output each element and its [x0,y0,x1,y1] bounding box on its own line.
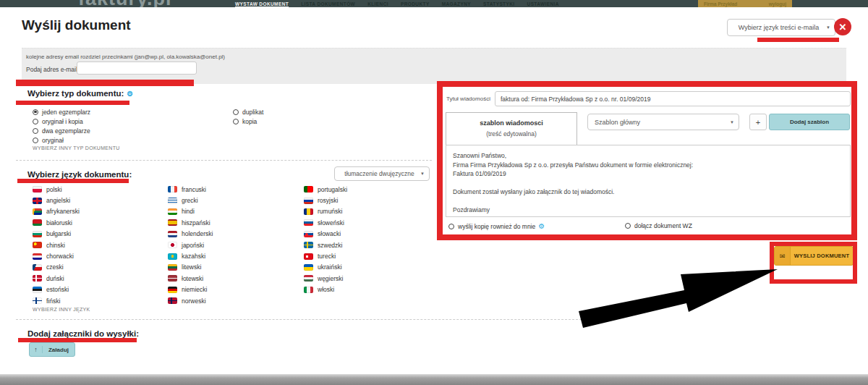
radio-option[interactable]: duplikat [233,107,263,117]
email-hint: kolejne adresy email rozdziel przecinkam… [26,54,225,60]
language-label: łotewski [182,275,203,282]
language-item[interactable]: portugalski [304,184,347,195]
email-input[interactable] [77,62,197,75]
language-item[interactable]: rumuński [304,206,347,217]
language-item[interactable]: słoweński [304,217,347,228]
language-item[interactable]: fiński [33,295,80,306]
language-item[interactable]: rosyjski [304,195,347,206]
nav-item[interactable]: PRODUKTY [401,1,430,7]
language-item[interactable]: litewski [168,262,213,273]
template-select[interactable]: Szablon główny ▼ [587,114,739,130]
upload-attachment-button[interactable]: ↑ Załaduj [29,342,75,357]
chevron-down-icon: ▼ [826,25,830,30]
radio-button[interactable] [448,224,454,229]
logout-button[interactable]: wyloguj [769,1,786,7]
choose-other-language-link[interactable]: WYBIERZ INNY JĘZYK [33,307,90,312]
language-item[interactable]: grecki [168,195,213,206]
language-label: holenderski [182,230,213,237]
radio-button[interactable] [233,109,239,115]
send-copy-option[interactable]: wyślij kopię rownież do mnie ⚙ [448,222,545,230]
template-tab[interactable]: szablon wiadomosci (treść edytowalna) [446,112,577,145]
language-item[interactable]: bułgarski [33,229,80,240]
radio-option[interactable]: oryginał [33,135,90,145]
nav-item[interactable]: STATYSTYKI [483,1,514,7]
nav-item[interactable]: LISTA DOKUMENTÓW [301,1,355,7]
settings-cogs-icon[interactable]: ⚙ [538,222,545,230]
flag-icon [304,253,313,260]
language-item[interactable]: ukraiński [304,262,347,273]
radio-button[interactable] [233,119,239,124]
close-button[interactable]: ✕ [834,18,851,35]
language-label: czeski [46,263,64,271]
radio-button[interactable] [33,119,38,124]
language-item[interactable]: chorwacki [33,250,80,261]
language-item[interactable]: kazahski [168,250,213,261]
annotation-underline-doc-type [16,101,129,105]
language-item[interactable]: słowacki [304,229,347,240]
language-item[interactable]: duński [33,273,80,284]
language-column-3: portugalskirosyjskirumuńskisłoweńskisłow… [304,184,347,295]
choose-other-doc-type-link[interactable]: WYBIERZ INNY TYP DOKUMENTU [33,145,120,151]
language-item[interactable]: białoruski [33,217,80,228]
radio-button[interactable] [33,128,38,134]
language-label: polski [46,186,62,193]
language-item[interactable]: łotewski [168,273,213,284]
language-item[interactable]: czeski [33,262,80,273]
language-item[interactable]: szwedzki [304,240,347,250]
top-navigation-bar: faktury.pl WYSTAW DOKUMENTLISTA DOKUMENT… [0,0,868,7]
company-name-button[interactable]: Firma Przykład [704,1,737,7]
radio-option[interactable]: oryginał i kopia [33,117,90,126]
language-item[interactable]: włoski [304,284,347,295]
add-template-plus-button[interactable]: + [749,114,767,130]
radio-button[interactable] [625,223,631,229]
language-label: afrykanerski [46,208,80,215]
flag-icon [33,264,42,271]
language-item[interactable]: francuski [168,184,213,195]
language-item[interactable]: niemiecki [168,284,213,295]
language-item[interactable]: hiszpański [168,217,213,228]
add-template-button[interactable]: Dodaj szablon [769,114,850,130]
radio-button[interactable] [33,138,38,143]
language-item[interactable]: afrykanerski [33,206,80,217]
language-item[interactable]: angielski [33,195,80,206]
language-label: fiński [46,297,60,305]
flag-icon [168,287,177,293]
language-item[interactable]: chinski [33,240,80,250]
send-document-button[interactable]: ✉ WYSLIJ DOKMUENT [774,246,854,266]
nav-item[interactable]: KLIENCI [367,1,388,7]
language-item[interactable]: holenderski [168,229,213,240]
radio-option[interactable]: jeden egzemplarz [33,107,90,117]
language-item[interactable]: polski [33,184,80,195]
nav-item[interactable]: WYSTAW DOKUMENT [235,1,289,7]
attach-wz-option[interactable]: dołącz dokument WZ [625,222,692,229]
language-item[interactable]: turecki [304,250,347,261]
nav-item[interactable]: USTAWIENIA [527,1,559,7]
radio-button[interactable] [33,109,38,115]
flag-icon [33,186,42,192]
language-item[interactable]: norweski [168,295,213,306]
language-item[interactable]: estoński [33,284,80,295]
language-label: turecki [318,253,336,260]
language-item[interactable]: węgierski [304,273,347,284]
settings-cogs-icon[interactable]: ⚙ [127,90,133,98]
radio-option[interactable]: kopia [233,117,263,126]
radio-option-label: jeden egzemplarz [42,109,90,116]
email-field-label: Podaj adres e-mail [26,66,77,73]
chevron-down-icon: ▼ [730,120,734,124]
nav-item[interactable]: MAGAZYNY [442,1,471,7]
message-body-editor[interactable]: Szanowni Państwo, Firma Firma Przykładow… [446,145,851,217]
radio-option-label: oryginał [42,137,64,144]
radio-option[interactable]: dwa egzemplarze [33,126,90,135]
language-item[interactable]: hindi [168,206,213,217]
translation-select[interactable]: tłumaczenie dwujęzyczne ▼ [334,166,430,181]
message-title-input[interactable] [495,91,851,106]
language-item[interactable]: japoński [168,240,213,250]
flag-icon [304,264,313,271]
doc-type-options-right: duplikatkopia [233,107,263,126]
flag-icon [33,253,42,260]
flag-icon [304,287,313,293]
language-label: duński [46,275,64,282]
language-label: białoruski [46,219,72,227]
email-language-select[interactable]: Wybierz język treści e-maila ▼ [727,19,835,36]
envelope-icon: ✉ [775,247,791,265]
